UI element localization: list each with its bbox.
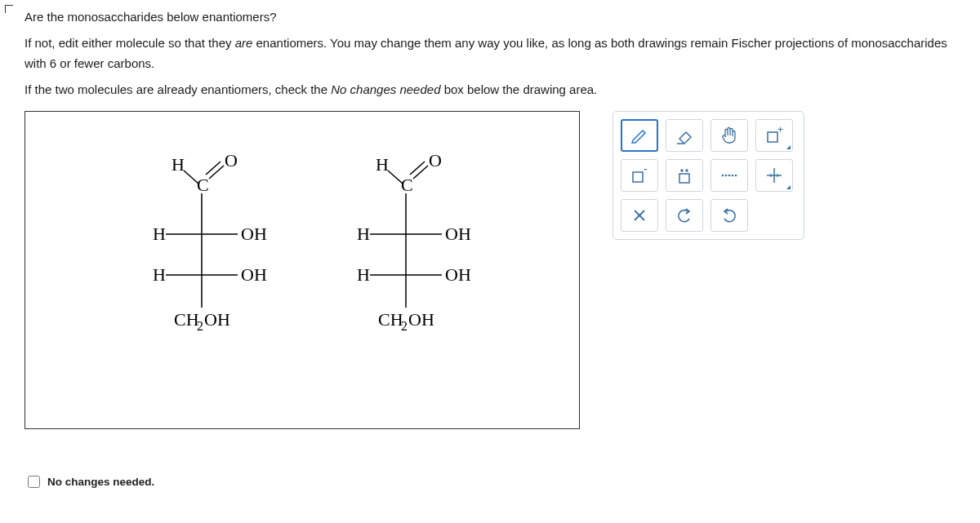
svg-text:CH: CH (174, 309, 199, 330)
eraser-icon (675, 126, 694, 145)
molecule-1[interactable]: H C O H OH H OH CH 2 OH (127, 153, 274, 428)
svg-text:2: 2 (401, 319, 408, 333)
redo-button[interactable] (710, 199, 748, 232)
radical-button[interactable] (710, 159, 748, 192)
svg-point-43 (735, 175, 737, 177)
svg-text:O: O (429, 150, 442, 171)
svg-line-17 (410, 162, 425, 175)
box-minus-icon: - (630, 166, 649, 185)
lone-pair-icon (675, 166, 694, 185)
svg-text:H: H (153, 264, 166, 285)
svg-text:O: O (225, 150, 238, 171)
svg-text:OH: OH (445, 224, 471, 244)
svg-text:C: C (401, 175, 413, 195)
svg-text:H: H (357, 224, 370, 244)
svg-line-18 (413, 166, 428, 179)
svg-point-42 (732, 175, 734, 177)
svg-text:H: H (172, 154, 185, 175)
draw-tool-button[interactable] (621, 119, 658, 152)
svg-point-40 (725, 175, 728, 177)
no-changes-checkbox[interactable] (28, 476, 40, 488)
svg-text:OH: OH (241, 224, 267, 244)
fischer-projection-1[interactable]: H C O H OH H OH CH 2 OH (127, 153, 274, 357)
no-changes-label[interactable]: No changes needed. (47, 476, 154, 488)
charge-plus-button[interactable]: + (755, 119, 793, 152)
svg-text:CH: CH (378, 309, 403, 330)
svg-text:OH: OH (408, 309, 434, 330)
svg-rect-38 (679, 174, 689, 183)
svg-line-1 (206, 162, 220, 175)
radical-icon (719, 170, 739, 181)
svg-line-2 (209, 166, 224, 179)
move-tool-button[interactable] (710, 119, 748, 152)
svg-text:H: H (376, 154, 389, 175)
svg-text:C: C (197, 175, 209, 195)
box-plus-icon: + (764, 126, 784, 145)
svg-text:-: - (644, 166, 648, 175)
lone-pair-button[interactable] (666, 159, 703, 192)
svg-text:OH: OH (445, 264, 471, 285)
q-line1: Are the monosaccharides below enantiomer… (24, 10, 277, 24)
drawing-canvas[interactable]: H C O H OH H OH CH 2 OH (24, 111, 580, 429)
erase-tool-button[interactable] (666, 119, 703, 152)
pencil-icon (630, 126, 649, 145)
close-icon (632, 208, 647, 223)
molecule-2[interactable]: H C O H OH H OH CH 2 OH (331, 153, 478, 428)
svg-text:+: + (777, 126, 783, 135)
svg-point-36 (680, 169, 683, 171)
svg-rect-32 (768, 132, 777, 142)
svg-rect-34 (633, 172, 643, 182)
svg-text:OH: OH (241, 264, 267, 285)
svg-text:H: H (357, 264, 370, 285)
redo-icon (721, 207, 737, 224)
undo-button[interactable] (666, 199, 703, 232)
undo-icon (676, 207, 693, 224)
delete-button[interactable] (621, 199, 658, 232)
question-text: Are the monosaccharides below enantiomer… (0, 0, 980, 100)
charge-minus-button[interactable]: - (621, 159, 658, 192)
svg-point-37 (685, 169, 688, 171)
chiral-icon (764, 166, 784, 185)
svg-point-41 (728, 175, 731, 177)
svg-text:OH: OH (204, 309, 230, 330)
svg-text:2: 2 (197, 319, 203, 333)
hand-icon (719, 125, 740, 146)
chiral-button[interactable] (755, 159, 793, 192)
toolbox-panel: + - (612, 111, 804, 240)
svg-text:H: H (153, 224, 166, 244)
svg-point-39 (722, 175, 724, 177)
fischer-projection-2[interactable]: H C O H OH H OH CH 2 OH (331, 153, 478, 357)
